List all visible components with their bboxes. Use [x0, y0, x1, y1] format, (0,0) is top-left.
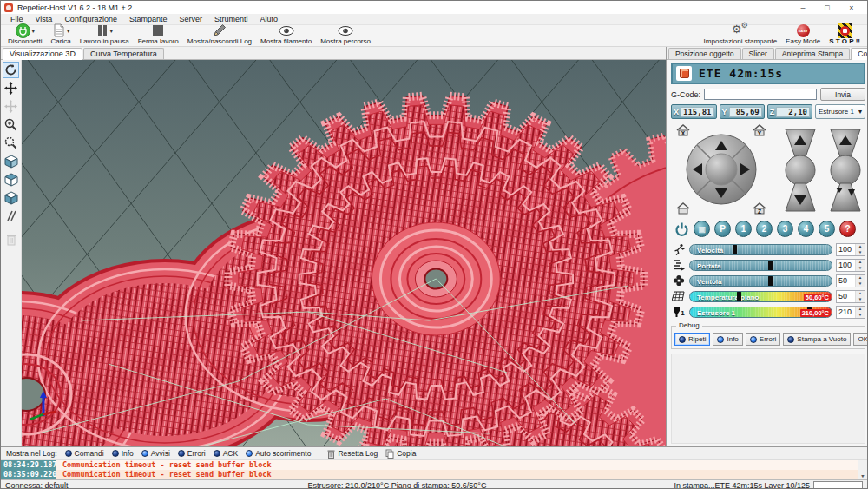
- flow-slider[interactable]: Portata: [689, 260, 832, 271]
- spin-down-icon[interactable]: ▼: [856, 281, 865, 287]
- home-x-button[interactable]: X: [676, 124, 690, 136]
- filter-warnings-button[interactable]: Avvisi: [141, 449, 170, 458]
- filter-ack-button[interactable]: ACK: [214, 449, 238, 458]
- print-preview-scene[interactable]: [22, 60, 666, 446]
- debug-group: Debug Ripeti Info Errori Stampa a Vuoto …: [671, 326, 865, 349]
- home-z-button[interactable]: Z: [753, 202, 766, 215]
- svg-text:X: X: [681, 130, 686, 136]
- log-filter-label: Mostra nel Log:: [6, 449, 57, 458]
- show-filament-button[interactable]: Mostra filamento: [256, 25, 316, 46]
- log-list[interactable]: 08:34:29.187 Communication timeout - res…: [1, 460, 867, 479]
- preset-5-button[interactable]: 5: [819, 221, 835, 237]
- rotate-view-button[interactable]: [3, 62, 19, 78]
- gears-icon: ⚙⚙: [732, 24, 749, 36]
- log-timestamp: 08:34:29.187: [1, 460, 56, 470]
- menu-stampante[interactable]: Stampante: [123, 14, 174, 25]
- disconnect-dropdown-icon[interactable]: ▾: [32, 28, 35, 34]
- move-view-button[interactable]: [3, 80, 19, 96]
- debug-echo-button[interactable]: Ripeti: [674, 333, 710, 346]
- home-all-button[interactable]: [676, 202, 690, 215]
- top-view-button[interactable]: [3, 189, 19, 206]
- zoom-fit-button[interactable]: [3, 135, 19, 151]
- extruder-jog-dial[interactable]: [827, 128, 864, 213]
- reset-log-button[interactable]: Resetta Log: [327, 449, 378, 459]
- z-position-value: 2,10: [776, 107, 810, 117]
- help-button[interactable]: ?: [839, 221, 856, 237]
- tab-manual-control[interactable]: Controllo manuale: [851, 48, 868, 60]
- preset-3-button[interactable]: 3: [777, 221, 793, 237]
- menu-server[interactable]: Server: [173, 14, 208, 25]
- close-button[interactable]: ×: [839, 2, 864, 14]
- toggle-log-button[interactable]: Mostra/nascondi Log: [183, 25, 256, 46]
- debug-info-button[interactable]: Info: [713, 333, 742, 346]
- fan-spinbox[interactable]: 50▲▼: [836, 274, 865, 287]
- copy-log-button[interactable]: Copia: [385, 449, 416, 459]
- filter-commands-button[interactable]: Comandi: [65, 449, 104, 458]
- pause-job-button[interactable]: ▾ Lavoro in pausa: [76, 25, 134, 46]
- debug-group-title: Debug: [676, 321, 702, 329]
- spin-down-icon[interactable]: ▼: [856, 296, 865, 302]
- parallel-projection-button[interactable]: [3, 208, 19, 224]
- motor-icon: ▣: [698, 225, 706, 234]
- tab-3d-view[interactable]: Visualizzazione 3D: [3, 48, 82, 60]
- send-gcode-button[interactable]: Invia: [820, 88, 865, 101]
- pause-dropdown-icon[interactable]: ▾: [110, 28, 113, 34]
- bed-temperature-spinbox[interactable]: 50▲▼: [836, 290, 865, 303]
- load-button[interactable]: ▾ Carica: [47, 25, 76, 46]
- debug-ok-button[interactable]: OK: [853, 333, 868, 346]
- menu-configurazione[interactable]: Configurazione: [58, 14, 123, 25]
- spin-down-icon[interactable]: ▼: [856, 265, 865, 271]
- front-view-button[interactable]: [3, 171, 19, 188]
- printer-settings-button[interactable]: ⚙⚙ Impostazioni stampante: [700, 25, 782, 46]
- x-position-value: 115,81: [681, 107, 714, 117]
- bed-slider-thumb[interactable]: [737, 291, 741, 302]
- tab-temperature-curve[interactable]: Curva Temperatura: [83, 48, 164, 59]
- speed-slider[interactable]: Velocità: [689, 244, 832, 255]
- tab-slicer[interactable]: Slicer: [742, 48, 774, 59]
- tab-print-preview[interactable]: Anteprima Stampa: [775, 48, 850, 59]
- panel-empty-area: [671, 354, 865, 444]
- debug-dry-run-button[interactable]: Stampa a Vuoto: [783, 333, 851, 346]
- easy-mode-button[interactable]: EASY Easy Mode: [781, 25, 825, 46]
- debug-errors-button[interactable]: Errori: [746, 333, 781, 346]
- show-travel-button[interactable]: Mostra percorso: [316, 25, 375, 46]
- zoom-in-button[interactable]: [3, 116, 19, 133]
- fan-slider[interactable]: Ventola: [689, 275, 832, 287]
- filter-errors-button[interactable]: Errori: [178, 449, 206, 458]
- tab-object-placement[interactable]: Posizione oggetto: [668, 48, 741, 59]
- home-y-button[interactable]: Y: [753, 124, 766, 136]
- filter-info-button[interactable]: Info: [112, 449, 134, 458]
- fan-icon: [671, 274, 686, 287]
- maximize-button[interactable]: □: [815, 2, 839, 14]
- scroll-down-icon[interactable]: ▼: [861, 473, 864, 479]
- speed-slider-thumb[interactable]: [733, 244, 737, 255]
- preset-4-button[interactable]: 4: [798, 221, 814, 237]
- emergency-stop-button[interactable]: S T O P !!: [825, 25, 865, 46]
- document-icon: [52, 23, 65, 37]
- flow-slider-thumb[interactable]: [768, 260, 773, 271]
- disconnect-button[interactable]: ▾ Disconnetti: [3, 25, 47, 46]
- led-icon: [246, 450, 253, 457]
- gcode-label: G-Code:: [671, 90, 700, 99]
- log-section: Mostra nel Log: Comandi Info Avvisi Erro…: [1, 446, 867, 479]
- spin-down-icon[interactable]: ▼: [856, 312, 865, 318]
- stop-job-button[interactable]: Ferma lavoro: [134, 25, 183, 46]
- menu-aiuto[interactable]: Aiuto: [253, 14, 284, 25]
- load-dropdown-icon[interactable]: ▾: [67, 28, 69, 34]
- gcode-input[interactable]: [704, 89, 817, 100]
- isometric-view-button[interactable]: [3, 153, 19, 169]
- autoscroll-button[interactable]: Auto scorrimento: [246, 449, 311, 458]
- minimize-button[interactable]: –: [791, 2, 815, 14]
- bed-temperature-slider[interactable]: Temperatura piano50,60°C: [689, 291, 832, 302]
- extruder-temperature-slider[interactable]: Estrusore 1210,00°C: [689, 307, 832, 318]
- flow-spinbox[interactable]: 100▲▼: [836, 259, 865, 272]
- led-icon: [787, 336, 794, 343]
- extruder-temperature-spinbox[interactable]: 210▲▼: [836, 306, 865, 319]
- speed-spinbox[interactable]: 100▲▼: [836, 243, 865, 256]
- fan-slider-thumb[interactable]: [768, 275, 773, 287]
- log-scrollbar[interactable]: ▼: [858, 460, 867, 479]
- spin-down-icon[interactable]: ▼: [856, 249, 865, 255]
- viewport-3d[interactable]: [1, 60, 666, 446]
- extruder-select[interactable]: Estrusore 1▾: [815, 104, 865, 119]
- z-jog-dial[interactable]: [782, 128, 819, 213]
